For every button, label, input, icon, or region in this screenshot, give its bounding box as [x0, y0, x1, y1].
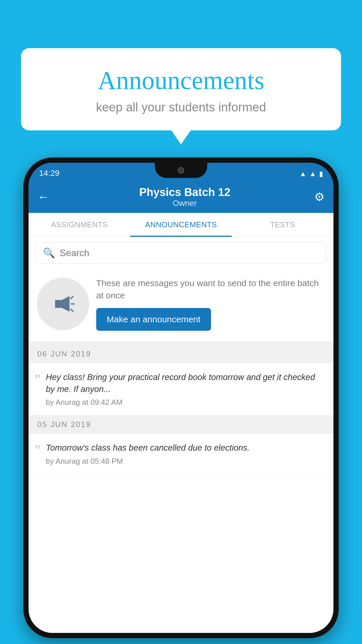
quote-icon-2: ": [34, 443, 41, 458]
phone-notch: [155, 163, 207, 178]
phone-frame: 14:29 ▲ ▲ ▮ ← Physics Batch 12 Owner ⚙ A…: [23, 158, 339, 638]
speech-bubble-container: Announcements keep all your students inf…: [21, 48, 341, 130]
date-divider-1: 06 JUN 2019: [29, 345, 333, 363]
app-bar-subtitle: Owner: [55, 199, 314, 208]
promo-icon-circle: [37, 278, 89, 330]
battery-icon: ▮: [319, 170, 323, 178]
wifi-icon: ▲: [299, 170, 306, 178]
app-bar: ← Physics Batch 12 Owner ⚙: [29, 181, 333, 213]
announcement-text-2: Tomorrow's class has been cancelled due …: [46, 442, 249, 454]
announcement-body-1: Hey class! Bring your practical record b…: [46, 371, 325, 407]
tab-assignments[interactable]: ASSIGNMENTS: [29, 213, 130, 236]
app-bar-title-container: Physics Batch 12 Owner: [55, 186, 314, 208]
announcement-body-2: Tomorrow's class has been cancelled due …: [46, 442, 249, 466]
back-button[interactable]: ←: [37, 190, 50, 204]
phone-inner: 14:29 ▲ ▲ ▮ ← Physics Batch 12 Owner ⚙ A…: [29, 163, 333, 633]
status-time: 14:29: [39, 169, 59, 178]
status-icons: ▲ ▲ ▮: [299, 170, 323, 178]
camera-dot: [178, 167, 184, 174]
announcement-author-2: by Anurag at 05:48 PM: [46, 457, 249, 466]
megaphone-icon: [50, 291, 76, 317]
search-container: 🔍: [29, 237, 333, 269]
bubble-subtitle: keep all your students informed: [33, 100, 329, 114]
announcement-text-1: Hey class! Bring your practical record b…: [46, 371, 325, 395]
date-divider-2: 05 JUN 2019: [29, 415, 333, 434]
tabs-container: ASSIGNMENTS ANNOUNCEMENTS TESTS: [29, 213, 333, 237]
svg-rect-1: [55, 301, 59, 307]
search-icon: 🔍: [43, 247, 55, 259]
promo-content: These are messages you want to send to t…: [96, 277, 325, 331]
settings-icon[interactable]: ⚙: [314, 190, 325, 204]
promo-section: These are messages you want to send to t…: [29, 269, 333, 345]
announcement-item-1[interactable]: " Hey class! Bring your practical record…: [29, 363, 333, 415]
svg-line-2: [71, 297, 73, 299]
announcement-item-2[interactable]: " Tomorrow's class has been cancelled du…: [29, 434, 333, 474]
bubble-title: Announcements: [33, 66, 329, 95]
signal-icon: ▲: [309, 170, 316, 178]
search-bar[interactable]: 🔍: [36, 242, 326, 264]
make-announcement-button[interactable]: Make an announcement: [96, 308, 211, 331]
svg-line-4: [71, 309, 73, 311]
announcement-author-1: by Anurag at 09:42 AM: [46, 398, 325, 407]
speech-bubble: Announcements keep all your students inf…: [21, 48, 341, 130]
tab-announcements[interactable]: ANNOUNCEMENTS: [130, 213, 232, 236]
search-input[interactable]: [60, 248, 319, 258]
tab-tests[interactable]: TESTS: [232, 213, 333, 236]
promo-description: These are messages you want to send to t…: [96, 277, 325, 302]
app-bar-title: Physics Batch 12: [55, 186, 314, 199]
quote-icon-1: ": [34, 372, 41, 388]
